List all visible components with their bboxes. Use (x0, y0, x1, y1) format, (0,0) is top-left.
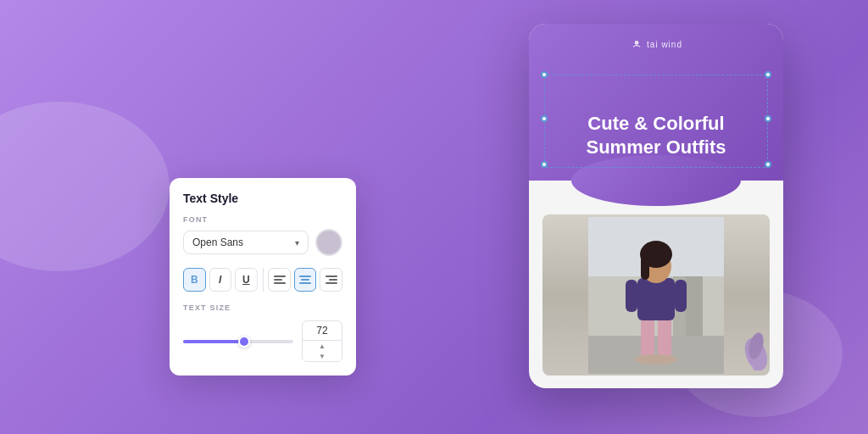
canvas-header: tai wind Cute & Colorful Summer Outfits (529, 24, 783, 181)
person-svg (588, 217, 724, 374)
brand-logo: tai wind (630, 37, 682, 51)
size-increment-button[interactable]: ▲ (303, 341, 342, 351)
bold-button[interactable]: B (183, 268, 206, 292)
align-center-icon (296, 272, 314, 287)
chevron-down-icon: ▾ (295, 238, 299, 248)
font-name: Open Sans (192, 236, 243, 248)
svg-rect-8 (637, 278, 675, 320)
selection-handle-ml[interactable] (541, 115, 548, 122)
svg-point-0 (635, 41, 639, 45)
photo-placeholder (542, 214, 770, 376)
svg-rect-6 (641, 314, 654, 361)
canvas-title[interactable]: Cute & Colorful Summer Outfits (569, 112, 743, 160)
svg-point-17 (753, 364, 760, 370)
slider-fill (183, 340, 244, 343)
svg-rect-9 (626, 280, 637, 312)
format-separator (263, 268, 264, 292)
svg-rect-3 (686, 268, 703, 336)
font-section-label: FONT (183, 215, 342, 224)
align-right-icon (322, 272, 341, 287)
brand-icon (630, 37, 643, 51)
align-left-icon (270, 272, 289, 287)
format-buttons-row: B I U (183, 268, 342, 292)
align-center-button[interactable] (294, 268, 317, 292)
selection-handle-mr[interactable] (765, 115, 771, 122)
canvas-image (542, 214, 770, 376)
text-size-input-wrapper: 72 ▲ ▼ (302, 320, 342, 362)
text-style-panel: Text Style FONT Open Sans ▾ B I U (170, 178, 356, 376)
canvas-card: tai wind Cute & Colorful Summer Outfits (529, 24, 783, 388)
panel-title: Text Style (183, 192, 342, 205)
size-decrement-button[interactable]: ▼ (303, 351, 342, 361)
text-size-label: TEXT SIZE (183, 303, 342, 312)
slider-thumb[interactable] (238, 336, 250, 348)
italic-button[interactable]: I (209, 268, 232, 292)
selection-handle-bl[interactable] (541, 161, 548, 168)
text-size-slider[interactable] (183, 340, 293, 343)
size-spinners: ▲ ▼ (303, 341, 342, 361)
brand-name-text: tai wind (647, 40, 682, 49)
font-dropdown[interactable]: Open Sans ▾ (183, 231, 309, 254)
underline-button[interactable]: U (235, 268, 258, 292)
text-size-value[interactable]: 72 (303, 321, 342, 341)
svg-point-14 (635, 354, 677, 364)
selection-handle-tl[interactable] (541, 71, 548, 78)
svg-rect-7 (658, 314, 671, 361)
text-color-picker[interactable] (315, 229, 342, 256)
text-size-row: 72 ▲ ▼ (183, 320, 342, 362)
selection-handle-tr[interactable] (765, 71, 771, 78)
font-row: Open Sans ▾ (183, 229, 342, 256)
bg-decoration-left (0, 102, 170, 271)
canvas-decoration (739, 320, 773, 371)
svg-rect-10 (675, 280, 687, 312)
selection-handle-br[interactable] (765, 161, 771, 168)
svg-rect-13 (641, 254, 649, 280)
align-right-button[interactable] (320, 268, 342, 292)
align-left-button[interactable] (268, 268, 291, 292)
